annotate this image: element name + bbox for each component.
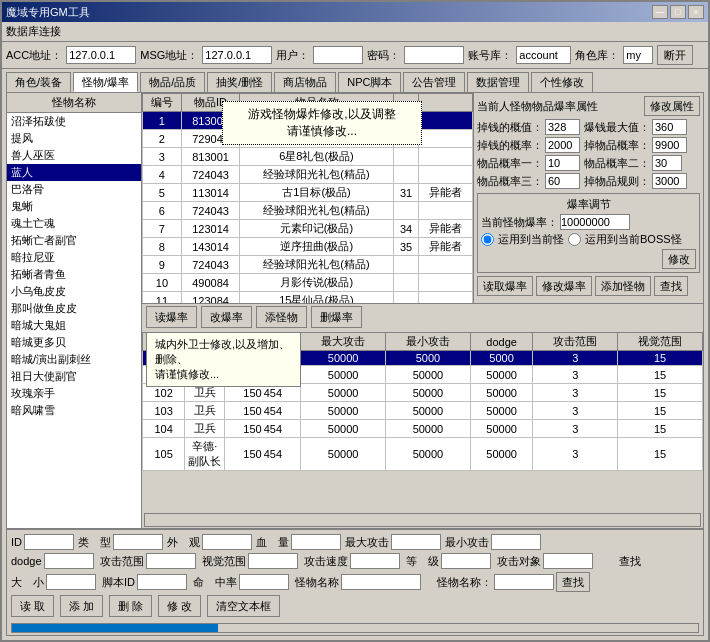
guard-table-row[interactable]: 105辛德·副队长150454500005000050000315 xyxy=(143,438,703,471)
drop-value-input[interactable] xyxy=(545,119,580,135)
items-table-row[interactable]: 5113014古1目标(极品)31异能者 xyxy=(143,184,473,202)
account-input[interactable] xyxy=(516,46,571,64)
monster-item[interactable]: 暗城更多贝 xyxy=(7,334,141,351)
rate-modify-button[interactable]: 修改 xyxy=(662,249,696,269)
form-monstername-input[interactable] xyxy=(341,574,421,590)
apply-all-boss-radio[interactable] xyxy=(568,233,581,246)
max-money-input[interactable] xyxy=(652,119,687,135)
modify-attr-button[interactable]: 修改属性 xyxy=(644,96,700,116)
form-dodge-input[interactable] xyxy=(44,553,94,569)
form-hp-input[interactable] xyxy=(291,534,341,550)
delete-rate-btn[interactable]: 删爆率 xyxy=(311,306,362,328)
monster-item[interactable]: 那叫做鱼皮皮 xyxy=(7,300,141,317)
form-id-input[interactable] xyxy=(24,534,74,550)
bottom-add-button[interactable]: 添 加 xyxy=(60,595,103,617)
tab-role-equip[interactable]: 角色/装备 xyxy=(6,72,71,92)
form-type-input[interactable] xyxy=(113,534,163,550)
monster-item[interactable]: 玫瑰亲手 xyxy=(7,385,141,402)
item-rule-input[interactable] xyxy=(652,173,687,189)
add-monster-button[interactable]: 添加怪物 xyxy=(595,276,651,296)
change-rate-btn[interactable]: 改爆率 xyxy=(201,306,252,328)
read-rate-button[interactable]: 读取爆率 xyxy=(477,276,533,296)
monster-item[interactable]: 暗城/演出副刺丝 xyxy=(7,351,141,368)
monster-item[interactable]: 沼泽拓跋使 xyxy=(7,113,141,130)
form-viewrange-input[interactable] xyxy=(248,553,298,569)
close-button[interactable]: × xyxy=(688,5,704,19)
user-input[interactable] xyxy=(313,46,363,64)
tab-announce[interactable]: 公告管理 xyxy=(403,72,465,92)
monster-item[interactable]: 暗拉尼亚 xyxy=(7,249,141,266)
monster-item[interactable]: 魂土亡魂 xyxy=(7,215,141,232)
add-monster-bottom-btn[interactable]: 添怪物 xyxy=(256,306,307,328)
monster-item[interactable]: 巴洛骨 xyxy=(7,181,141,198)
drop-item-rate-input[interactable] xyxy=(652,137,687,153)
tab-lottery-del[interactable]: 抽奖/删怪 xyxy=(207,72,272,92)
tab-monster-rate[interactable]: 怪物/爆率 xyxy=(73,72,138,92)
guard-col-minatk: 最小攻击 xyxy=(386,333,471,351)
form-atkrange-input[interactable] xyxy=(146,553,196,569)
monster-item-selected[interactable]: 蓝人 xyxy=(7,164,141,181)
drop-rate-input[interactable] xyxy=(545,137,580,153)
items-table-row[interactable]: 38130016星8礼包(极品) xyxy=(143,148,473,166)
item-rate2-input[interactable] xyxy=(652,155,682,171)
find-button[interactable]: 查找 xyxy=(654,276,688,296)
find-monster-button[interactable]: 查找 xyxy=(556,572,590,592)
form-level-input[interactable] xyxy=(441,553,491,569)
maximize-button[interactable]: □ xyxy=(670,5,686,19)
form-scriptid-input[interactable] xyxy=(137,574,187,590)
form-hitrate-input[interactable] xyxy=(239,574,289,590)
form-viewrange-label: 视觉范围 xyxy=(202,554,246,569)
guard-table-row[interactable]: 103卫兵150454500005000050000315 xyxy=(143,402,703,420)
form-maxatk-input[interactable] xyxy=(391,534,441,550)
monster-list[interactable]: 沼泽拓跋使 提风 兽人巫医 蓝人 巴洛骨 鬼蜥 魂土亡魂 拓蜥亡者副官 暗拉尼亚… xyxy=(7,113,141,528)
monster-item[interactable]: 暗风啸雪 xyxy=(7,402,141,419)
current-rate-input[interactable] xyxy=(560,214,630,230)
form-size-input[interactable] xyxy=(46,574,96,590)
monster-item[interactable]: 暗城大鬼姐 xyxy=(7,317,141,334)
find-monster-input[interactable] xyxy=(494,574,554,590)
monster-item[interactable]: 祖日大使副官 xyxy=(7,368,141,385)
monster-item[interactable]: 拓蜥者青鱼 xyxy=(7,266,141,283)
modify-rate-button[interactable]: 修改爆率 xyxy=(536,276,592,296)
monster-item[interactable]: 提风 xyxy=(7,130,141,147)
bottom-delete-button[interactable]: 删 除 xyxy=(109,595,152,617)
bottom-read-button[interactable]: 读 取 xyxy=(11,595,54,617)
guard-col-dodge: dodge xyxy=(470,333,533,351)
items-table-row[interactable]: 6724043经验球阳光礼包(精品) xyxy=(143,202,473,220)
msg-input[interactable] xyxy=(202,46,272,64)
monster-item[interactable]: 小乌龟皮皮 xyxy=(7,283,141,300)
guard-table-row[interactable]: 104卫兵150454500005000050000315 xyxy=(143,420,703,438)
tab-personal[interactable]: 个性修改 xyxy=(531,72,593,92)
read-rate-bottom-btn[interactable]: 读爆率 xyxy=(146,306,197,328)
monster-list-panel: 怪物名称 沼泽拓跋使 提风 兽人巫医 蓝人 巴洛骨 鬼蜥 魂土亡魂 拓蜥亡者副官… xyxy=(7,93,142,528)
disconnect-button[interactable]: 断开 xyxy=(657,45,693,65)
items-table-row[interactable]: 9724043经验球阳光礼包(精品) xyxy=(143,256,473,274)
form-atktarget-input[interactable] xyxy=(543,553,593,569)
items-table-row[interactable]: 4724043经验球阳光礼包(精品) xyxy=(143,166,473,184)
minimize-button[interactable]: — xyxy=(652,5,668,19)
acc-input[interactable] xyxy=(66,46,136,64)
monster-item[interactable]: 兽人巫医 xyxy=(7,147,141,164)
tab-shop-item[interactable]: 商店物品 xyxy=(274,72,336,92)
item-rate1-input[interactable] xyxy=(545,155,580,171)
apply-current-radio[interactable] xyxy=(481,233,494,246)
form-atkspeed-input[interactable] xyxy=(350,553,400,569)
tab-data-manage[interactable]: 数据管理 xyxy=(467,72,529,92)
monster-item[interactable]: 鬼蜥 xyxy=(7,198,141,215)
form-minatk-input[interactable] xyxy=(491,534,541,550)
form-appearance-input[interactable] xyxy=(202,534,252,550)
menu-item-db[interactable]: 数据库连接 xyxy=(6,25,61,37)
items-table-row[interactable]: 7123014元素印记(极品)34异能者 xyxy=(143,220,473,238)
tab-npc-script[interactable]: NPC脚本 xyxy=(338,72,401,92)
items-table-row[interactable]: 10490084月影传说(极品) xyxy=(143,274,473,292)
tab-item-quality[interactable]: 物品/品质 xyxy=(140,72,205,92)
role-input[interactable] xyxy=(623,46,653,64)
monster-item[interactable]: 拓蜥亡者副官 xyxy=(7,232,141,249)
pw-input[interactable] xyxy=(404,46,464,64)
items-table-row[interactable]: 8143014逆序扭曲(极品)35异能者 xyxy=(143,238,473,256)
bottom-clear-button[interactable]: 清空文本框 xyxy=(207,595,280,617)
bottom-modify-button[interactable]: 修 改 xyxy=(158,595,201,617)
item-rate3-input[interactable] xyxy=(545,173,580,189)
guard-scrollbar-h[interactable] xyxy=(144,513,701,527)
items-table-row[interactable]: 1112308415星仙品(极品) xyxy=(143,292,473,304)
